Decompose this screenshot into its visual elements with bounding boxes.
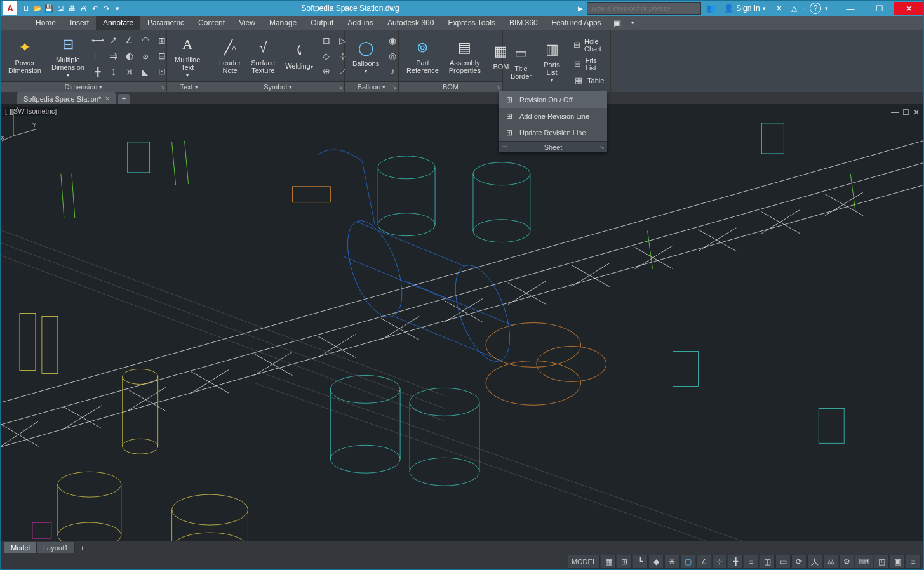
file-tab-1[interactable]: Softpedia Space Station* ✕ — [17, 92, 116, 104]
tab-autodesk360[interactable]: Autodesk 360 — [380, 16, 441, 30]
part-reference-button[interactable]: ⊚ Part Reference — [403, 32, 443, 80]
layout-tab-model[interactable]: Model — [4, 542, 37, 553]
sb-clean-icon[interactable]: ▣ — [890, 555, 905, 569]
dimension-panel-title[interactable]: Dimension▾↘ — [1, 81, 166, 92]
surface-texture-button[interactable]: √ Surface Texture — [247, 32, 279, 80]
layout-tab-layout1[interactable]: Layout1 — [37, 542, 75, 553]
app-icon[interactable] — [3, 1, 17, 15]
tab-annotate[interactable]: Annotate — [96, 16, 140, 30]
tab-content[interactable]: Content — [191, 16, 232, 30]
qat-new-icon[interactable]: 🗋 — [21, 3, 31, 13]
power-dimension-button[interactable]: ✦ Power Dimension — [4, 32, 45, 80]
sb-dyn-icon[interactable]: ╋ — [728, 555, 743, 569]
balloon-attach-icon[interactable]: ◉ — [385, 34, 399, 48]
qat-undo-icon[interactable]: ↶ — [90, 3, 100, 13]
tab-extra-icon[interactable]: ▣ — [608, 16, 626, 30]
sb-infer-icon[interactable]: ◆ — [648, 555, 664, 569]
symbol-panel-title[interactable]: Symbol▾↘ — [211, 81, 344, 92]
stay-connected-icon[interactable]: 👥 — [705, 3, 716, 14]
qat-saveas-icon[interactable]: 🖫 — [55, 3, 65, 13]
parts-list-button[interactable]: ▥ Parts List ▾ — [538, 37, 566, 86]
tab-view[interactable]: View — [232, 16, 262, 30]
maximize-button[interactable]: ☐ — [865, 2, 894, 15]
multiline-text-button[interactable]: A Multiline Text ▾ — [171, 32, 204, 80]
chamfer-dim-icon[interactable]: ◣ — [138, 65, 152, 79]
multiple-dimension-button[interactable]: ⊟ Multiple Dimension ▾ — [48, 32, 88, 80]
sb-iso-icon[interactable]: ◳ — [874, 555, 889, 569]
sb-custom-icon[interactable]: ≡ — [906, 555, 921, 569]
aligned-dim-icon[interactable]: ↗ — [107, 33, 121, 47]
sign-in-button[interactable]: 👤 Sign In ▾ — [720, 3, 769, 14]
balloons-button[interactable]: ◯ Balloons ▾ — [349, 32, 383, 80]
title-border-button[interactable]: ▭ Title Border — [507, 37, 535, 86]
welding-button[interactable]: ⤹ Welding▾ — [281, 32, 317, 80]
layout-tab-add[interactable]: + — [75, 542, 89, 553]
baseline-dim-icon[interactable]: ⊢ — [91, 49, 105, 63]
search-input[interactable] — [587, 2, 701, 15]
sb-snap-icon[interactable]: ⊞ — [617, 555, 632, 569]
balloon-renum-icon[interactable]: ◎ — [385, 49, 399, 63]
tab-manage[interactable]: Manage — [262, 16, 304, 30]
add-revision-line-button[interactable]: ⊞ Add one Revision Line — [499, 108, 607, 124]
sb-cycle-icon[interactable]: ⟳ — [791, 555, 807, 569]
qat-print-icon[interactable]: 🖶 — [67, 3, 77, 13]
file-tab-add[interactable]: + — [118, 94, 130, 104]
tab-addins[interactable]: Add-ins — [340, 16, 380, 30]
qat-save-icon[interactable]: 💾 — [44, 3, 54, 13]
sb-ws-icon[interactable]: ⚙ — [839, 555, 854, 569]
exchange-icon[interactable]: ✕ — [773, 3, 785, 14]
sb-trans-icon[interactable]: ◫ — [760, 555, 775, 569]
tab-home[interactable]: Home — [29, 16, 63, 30]
angle-dim-icon[interactable]: ∠ — [123, 33, 137, 47]
search-arrow-icon[interactable]: ▶ — [578, 5, 583, 12]
tab-express-tools[interactable]: Express Tools — [441, 16, 502, 30]
break-dim-icon[interactable]: ⤭ — [123, 65, 137, 79]
qat-plot-icon[interactable]: 🖨 — [78, 3, 88, 13]
sb-annoscale-icon[interactable]: ⚖ — [823, 555, 838, 569]
sheet-panel-title[interactable]: ⊣ Sheet ↘ — [499, 141, 607, 152]
qat-open-icon[interactable]: 📂 — [32, 3, 43, 13]
leader-note-button[interactable]: ╱A Leader Note — [215, 32, 244, 80]
fits-list-button[interactable]: ⊟Fits List — [571, 55, 607, 73]
assembly-props-button[interactable]: ▤ Assembly Properties — [445, 32, 485, 80]
ord-dim-icon[interactable]: ╋ — [91, 65, 105, 79]
text-panel-title[interactable]: Text▾ — [167, 81, 211, 92]
radius-dim-icon[interactable]: ◐ — [123, 49, 137, 63]
qat-dropdown-icon[interactable]: ▾ — [112, 3, 123, 13]
sb-otrack-icon[interactable]: ⊹ — [712, 555, 727, 569]
drawing-viewport[interactable]: [-][SW Isometric] — ☐ ✕ — [1, 104, 923, 541]
fcf-icon[interactable]: ⊡ — [319, 34, 333, 48]
jog-dim-icon[interactable]: ⤵ — [107, 65, 121, 79]
tab-output[interactable]: Output — [304, 16, 340, 30]
sb-annomon-icon[interactable]: 人 — [807, 555, 822, 569]
sb-lwt-icon[interactable]: ≡ — [744, 555, 759, 569]
sb-osnap-icon[interactable]: ▢ — [680, 555, 695, 569]
tab-featured-apps[interactable]: Featured Apps — [545, 16, 608, 30]
datum-id-icon[interactable]: ◇ — [319, 49, 333, 63]
dia-dim-icon[interactable]: ⌀ — [138, 49, 152, 63]
qat-redo-icon[interactable]: ↷ — [101, 3, 111, 13]
sb-ortho-icon[interactable]: ┗ — [633, 555, 648, 569]
hole-chart-button[interactable]: ⊞Hole Chart — [571, 36, 607, 54]
update-revision-line-button[interactable]: ⊞ Update Revision Line — [499, 124, 607, 141]
pin-icon[interactable]: ⊣ — [502, 143, 508, 151]
help-icon[interactable]: ? — [810, 3, 821, 14]
minimize-button[interactable]: — — [836, 2, 865, 15]
bom-panel-title[interactable]: BOM↘ — [399, 81, 502, 92]
sb-hw-icon[interactable]: ⌨ — [855, 555, 873, 569]
sb-qp-icon[interactable]: ▭ — [775, 555, 791, 569]
tab-parametric[interactable]: Parametric — [140, 16, 191, 30]
file-tab-close-icon[interactable]: ✕ — [105, 95, 110, 102]
tab-insert[interactable]: Insert — [63, 16, 96, 30]
sb-polar-icon[interactable]: ✳ — [664, 555, 680, 569]
featured-icon[interactable]: △ — [789, 3, 800, 14]
table-button[interactable]: ▦Table — [571, 74, 607, 87]
sb-3dosnap-icon[interactable]: ∠ — [696, 555, 711, 569]
revision-onoff-button[interactable]: ⊞ Revision On / Off — [499, 91, 607, 108]
close-button[interactable]: ✕ — [894, 2, 923, 15]
tab-dropdown-icon[interactable]: ▾ — [626, 17, 639, 29]
chain-dim-icon[interactable]: ⇉ — [107, 49, 121, 63]
sb-model-button[interactable]: MODEL — [568, 555, 600, 569]
balloon-panel-title[interactable]: Balloon▾↘ — [345, 81, 398, 92]
linear-dim-icon[interactable]: ⟷ — [91, 33, 105, 47]
